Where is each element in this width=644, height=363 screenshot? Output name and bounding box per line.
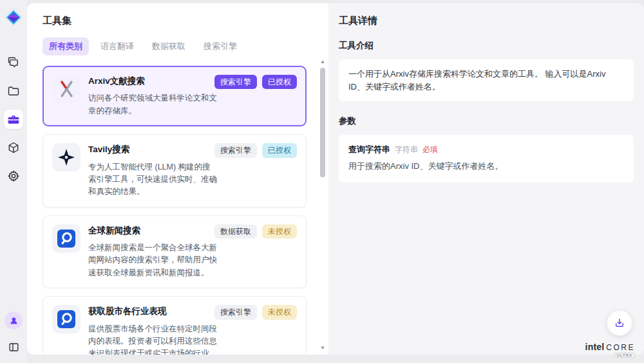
- sidebar: [0, 0, 27, 363]
- param-type: 字符串: [395, 144, 418, 155]
- tavily-star-icon: [52, 143, 80, 172]
- param-name: 查询字符串: [348, 144, 390, 155]
- tool-name: Tavily搜索: [88, 143, 129, 155]
- tab-3[interactable]: 搜索引擎: [197, 37, 243, 55]
- tool-card[interactable]: Arxiv文献搜索 搜索引擎 已授权 访问各个研究领域大量科学论文和文章的存储库…: [43, 66, 307, 126]
- intro-heading: 工具介绍: [339, 40, 634, 52]
- param-required-flag: 必填: [422, 144, 438, 155]
- tool-auth-badge: 已授权: [262, 143, 297, 157]
- tool-category-badge: 搜索引擎: [214, 143, 257, 157]
- tool-description: 提供股票市场各个行业在特定时间段内的表现。投资者可以利用这些信息来识别表现优于或…: [88, 323, 217, 355]
- download-icon: [614, 317, 625, 329]
- scrollbar-thumb[interactable]: [320, 68, 325, 177]
- tool-description: 全球新闻搜索是一个聚合全球各大新闻网站内容的搜索引擎，帮助用户快速获取全球最新资…: [88, 242, 217, 279]
- category-tabs: 所有类别语言翻译数据获取搜索引擎: [43, 37, 328, 55]
- tool-category-badge: 搜索引擎: [214, 75, 257, 89]
- download-button[interactable]: [607, 310, 632, 336]
- intel-core-logo: intel CORE ULTRA: [585, 342, 635, 358]
- intro-text-box: 一个用于从Arxiv存储库搜索科学论文和文章的工具。 输入可以是Arxiv ID…: [339, 59, 634, 101]
- tool-description: 访问各个研究领域大量科学论文和文章的存储库。: [88, 92, 217, 117]
- settings-gear-icon[interactable]: [4, 166, 23, 186]
- params-heading: 参数: [339, 115, 634, 127]
- app-gem-logo: [4, 8, 23, 27]
- toolbox-icon[interactable]: [4, 110, 23, 129]
- tools-panel-title: 工具集: [43, 15, 328, 27]
- blue-search-icon: [52, 305, 80, 333]
- intel-ultra-badge: ULTRA: [614, 353, 635, 358]
- layout-panel-icon[interactable]: [4, 337, 23, 357]
- tool-card[interactable]: 获取股市各行业表现 搜索引擎 未授权 提供股票市场各个行业在特定时间段内的表现。…: [43, 296, 307, 355]
- chat-icon[interactable]: [4, 53, 23, 72]
- tab-all-categories[interactable]: 所有类别: [43, 37, 89, 55]
- intel-brand-text: intel: [585, 342, 605, 352]
- tool-detail-panel: 工具详情 工具介绍 一个用于从Arxiv存储库搜索科学论文和文章的工具。 输入可…: [328, 3, 644, 355]
- folder-icon[interactable]: [4, 81, 23, 101]
- list-scrollbar[interactable]: ▲ ▼: [319, 59, 327, 351]
- param-box: 查询字符串 字符串 必填 用于搜索的Arxiv ID、关键字或作者姓名。: [339, 135, 634, 182]
- param-desc: 用于搜索的Arxiv ID、关键字或作者姓名。: [348, 161, 624, 172]
- tool-name: 获取股市各行业表现: [88, 305, 167, 317]
- tab-2[interactable]: 数据获取: [146, 37, 192, 55]
- tool-auth-badge: 未授权: [262, 224, 297, 239]
- tab-1[interactable]: 语言翻译: [94, 37, 140, 55]
- blue-search-icon: [52, 224, 80, 253]
- arxiv-x-icon: [52, 75, 80, 103]
- scrollbar-up-arrow-icon[interactable]: ▲: [319, 59, 327, 64]
- cube-icon[interactable]: [4, 138, 23, 157]
- tool-description: 专为人工智能代理 (LLM) 构建的搜索引擎工具，可快速提供实时、准确和真实的结…: [88, 161, 217, 199]
- tool-name: Arxiv文献搜索: [88, 75, 145, 87]
- user-avatar-icon[interactable]: [5, 311, 23, 329]
- tool-auth-badge: 未授权: [262, 305, 297, 319]
- tool-list: Arxiv文献搜索 搜索引擎 已授权 访问各个研究领域大量科学论文和文章的存储库…: [43, 66, 328, 355]
- tool-card[interactable]: 全球新闻搜索 数据获取 未授权 全球新闻搜索是一个聚合全球各大新闻网站内容的搜索…: [43, 215, 307, 289]
- tool-category-badge: 搜索引擎: [214, 305, 257, 319]
- tool-name: 全球新闻搜索: [88, 224, 140, 237]
- tool-card[interactable]: Tavily搜索 搜索引擎 已授权 专为人工智能代理 (LLM) 构建的搜索引擎…: [43, 134, 307, 208]
- tool-category-badge: 数据获取: [214, 224, 257, 239]
- tool-auth-badge: 已授权: [262, 75, 297, 89]
- scrollbar-down-arrow-icon[interactable]: ▼: [319, 345, 327, 351]
- detail-panel-title: 工具详情: [339, 15, 634, 27]
- app-window: 工具集 所有类别语言翻译数据获取搜索引擎 Arxiv文献搜索 搜索引擎 已授权 …: [0, 0, 644, 363]
- core-brand-text: CORE: [606, 343, 635, 352]
- tools-panel: 工具集 所有类别语言翻译数据获取搜索引擎 Arxiv文献搜索 搜索引擎 已授权 …: [27, 3, 328, 355]
